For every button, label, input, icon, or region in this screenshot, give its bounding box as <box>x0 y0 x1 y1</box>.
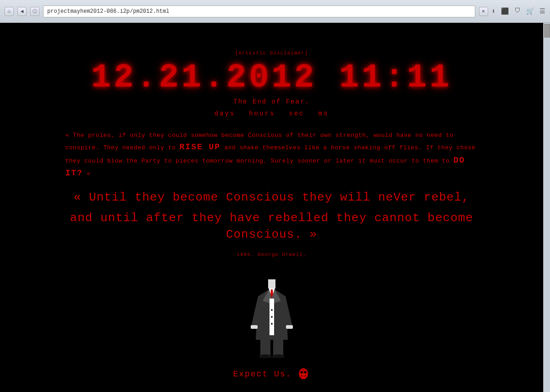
svg-point-17 <box>301 376 306 379</box>
big-quote: « Until they become Conscious they will … <box>66 189 478 243</box>
scrollbar[interactable] <box>543 23 550 392</box>
clock-display: 12.21.2012 11:11 <box>91 61 452 94</box>
disclaimer-text: [Artistic Disclaimer] <box>235 50 308 56</box>
back-button[interactable]: ◀ <box>17 7 27 16</box>
svg-rect-0 <box>268 279 275 289</box>
svg-rect-3 <box>251 325 258 329</box>
clock-labels: days hours sec ms <box>214 110 329 117</box>
suit-figure <box>244 276 299 358</box>
svg-point-12 <box>271 323 273 325</box>
expect-us-text: Expect Us. <box>233 370 292 379</box>
suit-svg <box>244 276 299 358</box>
label-hours: hours <box>249 110 275 117</box>
svg-point-15 <box>300 371 303 373</box>
svg-rect-4 <box>286 325 293 329</box>
scrollbar-thumb[interactable] <box>544 24 550 38</box>
rise-up-text: RISE UP <box>180 142 221 152</box>
clock-subtitle: The End of Fear. <box>233 98 309 105</box>
para1-end: » <box>83 170 91 177</box>
menu-icon[interactable]: ☰ <box>539 7 545 15</box>
big-quote-line2: and until after they have rebelled they … <box>66 210 478 243</box>
svg-point-10 <box>271 309 273 311</box>
big-quote-line1: « Until they become Conscious they will … <box>66 189 478 206</box>
bookmark-icon[interactable]: ⛉ <box>514 7 521 15</box>
svg-point-11 <box>271 316 273 318</box>
attribution-text: 1984. George Orwell. <box>236 252 306 257</box>
browser-toolbar-icons: ⬇ ⬛ ⛉ 🛒 ☰ <box>492 7 545 15</box>
address-bar[interactable]: projectmayhem2012-086.i2p/pm2012.html <box>43 5 475 17</box>
home-button[interactable]: ⌂ <box>5 7 14 16</box>
main-content: [Artistic Disclaimer] 12.21.2012 11:11 T… <box>0 23 543 392</box>
expect-us-section: Expect Us. <box>233 367 310 381</box>
browser-chrome: ⌂ ◀ ⓘ projectmayhem2012-086.i2p/pm2012.h… <box>0 0 550 23</box>
label-ms: ms <box>319 110 329 117</box>
tab-icon[interactable]: ⬛ <box>501 7 509 15</box>
label-days: days <box>214 110 236 117</box>
info-button[interactable]: ⓘ <box>30 7 39 16</box>
anonymous-icon <box>297 367 310 381</box>
page-wrapper: [Artistic Disclaimer] 12.21.2012 11:11 T… <box>0 23 550 392</box>
url-text: projectmayhem2012-086.i2p/pm2012.html <box>47 8 169 15</box>
svg-point-16 <box>304 371 307 373</box>
svg-rect-6 <box>273 340 283 356</box>
paragraph-1: « The proles, if only they could somehow… <box>66 131 478 180</box>
close-tab-button[interactable]: ✕ <box>479 7 488 16</box>
svg-rect-5 <box>260 340 270 356</box>
download-icon[interactable]: ⬇ <box>492 7 495 15</box>
label-sec: sec <box>289 110 304 117</box>
cart-icon[interactable]: 🛒 <box>526 7 534 15</box>
